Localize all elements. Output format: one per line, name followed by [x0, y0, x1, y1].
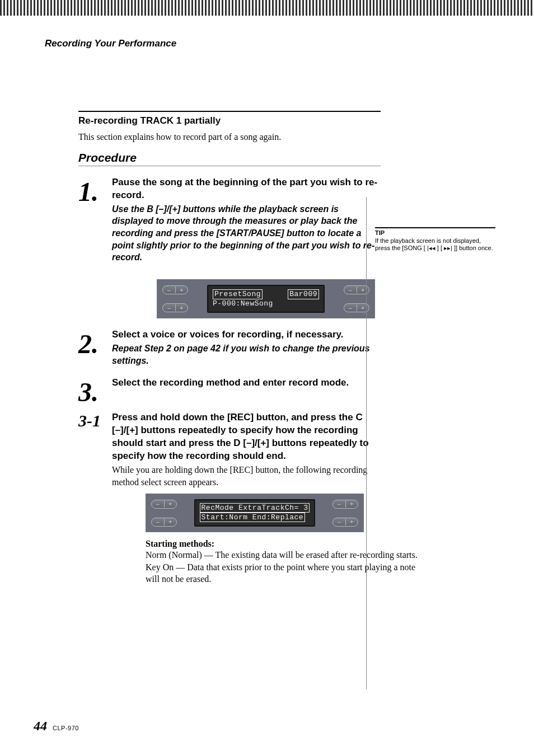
section-title: Re-recording TRACK 1 partially [78, 111, 381, 126]
tip-label: TIP [375, 229, 495, 236]
step-1-head: Pause the song at the beginning of the p… [112, 176, 381, 202]
button-a-pm-2[interactable]: –+ [151, 500, 177, 509]
tip-body: If the playback screen is not displayed,… [375, 237, 495, 252]
step-3-head: Select the recording method and enter re… [112, 377, 381, 389]
step-number: 1. [78, 176, 112, 205]
button-a-pm[interactable]: –+ [162, 285, 188, 294]
chapter-title: Recording Your Performance [45, 38, 489, 49]
button-c-pm-2[interactable]: –+ [332, 500, 358, 509]
starting-methods-label: Starting methods: [146, 539, 420, 549]
button-b-pm-2[interactable]: –+ [151, 518, 177, 527]
button-d-pm-2[interactable]: –+ [332, 518, 358, 527]
step-number: 2. [78, 328, 112, 358]
lcd-panel-1: –+ –+ PresetSong Bar009 P-000:NewSong –+… [157, 279, 375, 319]
step-2-instr: Repeat Step 2 on page 42 if you wish to … [112, 342, 381, 367]
procedure-heading: Procedure [78, 151, 381, 166]
step-1: 1. Pause the song at the beginning of th… [78, 176, 381, 264]
step-3-1: 3-1 Press and hold down the [REC] button… [78, 411, 381, 488]
step-3-1-follow: While you are holding down the [REC] but… [112, 464, 381, 488]
step-number: 3. [78, 377, 112, 406]
lcd-panel-2: –+ –+ RecMode ExtraTrackCh= 3 Start:Norm… [146, 494, 364, 532]
button-b-pm[interactable]: –+ [162, 303, 188, 312]
page-footer: 44 CLP-970 [34, 719, 79, 734]
top-barcode-strip [0, 0, 534, 16]
page-number: 44 [34, 719, 47, 734]
lcd1-line2: P-000:NewSong [213, 299, 319, 308]
step-2-head: Select a voice or voices for recording, … [112, 328, 381, 341]
step-1-instr: Use the B [–]/[+] buttons while the play… [112, 203, 381, 264]
rewind-icon: [ |◂◂ ] [ ▸▸| ] [424, 245, 456, 251]
model-label: CLP-970 [53, 725, 79, 731]
tip-sidebar: TIP If the playback screen is not displa… [375, 227, 495, 252]
lcd-screen-2: RecMode ExtraTrackCh= 3 Start:Norm End:R… [194, 499, 316, 527]
step-2: 2. Select a voice or voices for recordin… [78, 328, 381, 367]
starting-keyon: Key On — Data that exists prior to the p… [146, 561, 420, 585]
section-intro: This section explains how to record part… [78, 132, 381, 142]
lcd2-line2: Start:Norm End:Replace [200, 513, 306, 522]
lcd2-line1: RecMode ExtraTrackCh= 3 [200, 503, 310, 513]
lcd-screen-1: PresetSong Bar009 P-000:NewSong [207, 285, 325, 313]
lcd1-bar: Bar009 [288, 289, 319, 299]
column-divider [366, 197, 367, 689]
lcd1-preset: PresetSong [213, 289, 263, 299]
substep-number: 3-1 [78, 411, 112, 429]
starting-norm: Norm (Normal) — The existing data will b… [146, 549, 420, 561]
step-3-1-head: Press and hold down the [REC] button, an… [112, 411, 381, 463]
step-3: 3. Select the recording method and enter… [78, 377, 381, 406]
